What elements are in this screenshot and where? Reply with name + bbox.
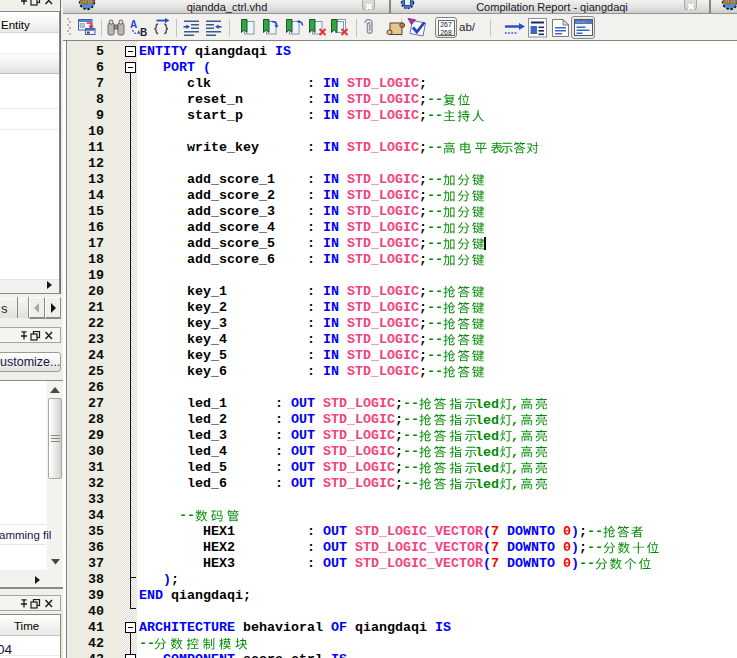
svg-text:led: led: [475, 445, 499, 460]
svg-text:,: ,: [511, 461, 519, 476]
svg-text:abc: abc: [80, 0, 95, 6]
svg-text:led: led: [475, 413, 499, 428]
svg-text:led: led: [475, 477, 499, 492]
svg-text:,: ,: [511, 429, 519, 444]
svg-text:led: led: [475, 461, 499, 476]
svg-text:abc: abc: [723, 0, 737, 6]
svg-text:led: led: [475, 397, 499, 412]
svg-text:,: ,: [511, 397, 519, 412]
svg-text:,: ,: [511, 413, 519, 428]
svg-text:,: ,: [511, 445, 519, 460]
svg-text:B: B: [140, 27, 147, 37]
svg-text:,: ,: [511, 477, 519, 492]
svg-text:led: led: [475, 429, 499, 444]
svg-text:A: A: [130, 19, 137, 30]
